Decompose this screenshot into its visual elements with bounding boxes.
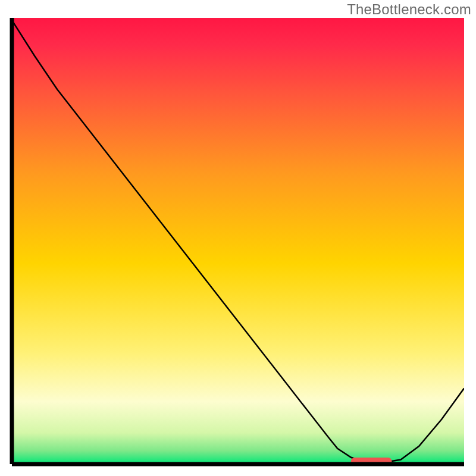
gradient-background: [12, 18, 464, 464]
watermark-label: TheBottleneck.com: [347, 1, 471, 18]
chart-svg: [0, 0, 476, 476]
bottleneck-chart: TheBottleneck.com: [0, 0, 476, 476]
